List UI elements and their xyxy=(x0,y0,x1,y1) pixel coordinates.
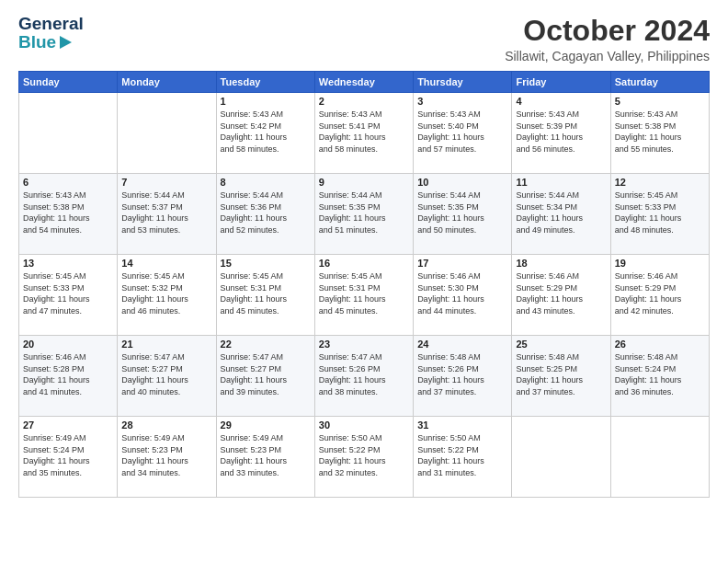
day-detail: Sunrise: 5:47 AM Sunset: 5:27 PM Dayligh… xyxy=(221,351,311,397)
day-detail: Sunrise: 5:43 AM Sunset: 5:40 PM Dayligh… xyxy=(417,109,507,155)
calendar-cell: 13Sunrise: 5:45 AM Sunset: 5:33 PM Dayli… xyxy=(19,255,118,336)
day-detail: Sunrise: 5:45 AM Sunset: 5:31 PM Dayligh… xyxy=(221,270,311,316)
weekday-header-saturday: Saturday xyxy=(610,72,709,93)
day-number: 25 xyxy=(516,339,606,350)
calendar-cell: 18Sunrise: 5:46 AM Sunset: 5:29 PM Dayli… xyxy=(512,255,610,336)
day-number: 27 xyxy=(23,419,113,431)
day-number: 22 xyxy=(221,339,311,350)
calendar-week-row: 20Sunrise: 5:46 AM Sunset: 5:28 PM Dayli… xyxy=(19,336,710,417)
calendar-week-row: 13Sunrise: 5:45 AM Sunset: 5:33 PM Dayli… xyxy=(19,255,710,336)
calendar-cell xyxy=(610,417,709,498)
day-number: 30 xyxy=(319,419,409,431)
day-detail: Sunrise: 5:43 AM Sunset: 5:41 PM Dayligh… xyxy=(319,109,409,155)
day-detail: Sunrise: 5:49 AM Sunset: 5:23 PM Dayligh… xyxy=(121,432,211,478)
calendar-week-row: 6Sunrise: 5:43 AM Sunset: 5:38 PM Daylig… xyxy=(19,174,710,255)
calendar-cell: 27Sunrise: 5:49 AM Sunset: 5:24 PM Dayli… xyxy=(19,417,118,498)
day-detail: Sunrise: 5:44 AM Sunset: 5:36 PM Dayligh… xyxy=(221,190,311,236)
day-detail: Sunrise: 5:48 AM Sunset: 5:26 PM Dayligh… xyxy=(417,351,507,397)
day-detail: Sunrise: 5:46 AM Sunset: 5:30 PM Dayligh… xyxy=(417,270,507,316)
day-detail: Sunrise: 5:50 AM Sunset: 5:22 PM Dayligh… xyxy=(417,432,507,478)
calendar-cell: 14Sunrise: 5:45 AM Sunset: 5:32 PM Dayli… xyxy=(118,255,216,336)
day-number: 29 xyxy=(221,419,311,431)
calendar-cell xyxy=(118,93,216,174)
day-number: 26 xyxy=(615,339,705,350)
day-detail: Sunrise: 5:46 AM Sunset: 5:28 PM Dayligh… xyxy=(23,351,113,397)
logo-arrow-icon xyxy=(60,36,72,49)
day-detail: Sunrise: 5:50 AM Sunset: 5:22 PM Dayligh… xyxy=(319,432,409,478)
header: General Blue October 2024 Sillawit, Caga… xyxy=(18,15,710,63)
calendar-cell: 28Sunrise: 5:49 AM Sunset: 5:23 PM Dayli… xyxy=(118,417,216,498)
day-detail: Sunrise: 5:43 AM Sunset: 5:42 PM Dayligh… xyxy=(221,109,311,155)
day-number: 28 xyxy=(121,419,211,431)
calendar-cell: 9Sunrise: 5:44 AM Sunset: 5:35 PM Daylig… xyxy=(314,174,413,255)
day-detail: Sunrise: 5:48 AM Sunset: 5:25 PM Dayligh… xyxy=(516,351,606,397)
weekday-header-friday: Friday xyxy=(512,72,610,93)
day-detail: Sunrise: 5:43 AM Sunset: 5:38 PM Dayligh… xyxy=(615,109,705,155)
day-number: 16 xyxy=(319,258,409,269)
page: General Blue October 2024 Sillawit, Caga… xyxy=(0,0,728,507)
calendar-cell: 12Sunrise: 5:45 AM Sunset: 5:33 PM Dayli… xyxy=(610,174,709,255)
calendar-cell: 2Sunrise: 5:43 AM Sunset: 5:41 PM Daylig… xyxy=(314,93,413,174)
day-detail: Sunrise: 5:44 AM Sunset: 5:37 PM Dayligh… xyxy=(121,190,211,236)
calendar-cell: 10Sunrise: 5:44 AM Sunset: 5:35 PM Dayli… xyxy=(414,174,512,255)
calendar-cell: 25Sunrise: 5:48 AM Sunset: 5:25 PM Dayli… xyxy=(512,336,610,417)
day-number: 12 xyxy=(615,177,705,188)
calendar-cell: 31Sunrise: 5:50 AM Sunset: 5:22 PM Dayli… xyxy=(414,417,512,498)
day-number: 14 xyxy=(121,258,211,269)
day-number: 20 xyxy=(23,339,113,350)
weekday-header-sunday: Sunday xyxy=(19,72,118,93)
day-detail: Sunrise: 5:44 AM Sunset: 5:34 PM Dayligh… xyxy=(516,190,606,236)
logo-text: General Blue xyxy=(18,15,84,52)
day-number: 19 xyxy=(615,258,705,269)
day-detail: Sunrise: 5:47 AM Sunset: 5:27 PM Dayligh… xyxy=(121,351,211,397)
day-number: 17 xyxy=(417,258,507,269)
day-number: 11 xyxy=(516,177,606,188)
calendar-cell: 19Sunrise: 5:46 AM Sunset: 5:29 PM Dayli… xyxy=(610,255,709,336)
calendar-cell: 29Sunrise: 5:49 AM Sunset: 5:23 PM Dayli… xyxy=(216,417,314,498)
day-detail: Sunrise: 5:45 AM Sunset: 5:33 PM Dayligh… xyxy=(23,270,113,316)
day-number: 6 xyxy=(23,177,113,188)
calendar-cell: 3Sunrise: 5:43 AM Sunset: 5:40 PM Daylig… xyxy=(414,93,512,174)
calendar-cell: 21Sunrise: 5:47 AM Sunset: 5:27 PM Dayli… xyxy=(118,336,216,417)
day-detail: Sunrise: 5:49 AM Sunset: 5:24 PM Dayligh… xyxy=(23,432,113,478)
day-detail: Sunrise: 5:44 AM Sunset: 5:35 PM Dayligh… xyxy=(319,190,409,236)
logo-blue: Blue xyxy=(18,33,56,52)
day-number: 8 xyxy=(221,177,311,188)
day-number: 3 xyxy=(417,96,507,107)
day-detail: Sunrise: 5:48 AM Sunset: 5:24 PM Dayligh… xyxy=(615,351,705,397)
calendar-cell: 4Sunrise: 5:43 AM Sunset: 5:39 PM Daylig… xyxy=(512,93,610,174)
day-detail: Sunrise: 5:44 AM Sunset: 5:35 PM Dayligh… xyxy=(417,190,507,236)
day-number: 21 xyxy=(121,339,211,350)
day-detail: Sunrise: 5:46 AM Sunset: 5:29 PM Dayligh… xyxy=(615,270,705,316)
calendar-cell: 16Sunrise: 5:45 AM Sunset: 5:31 PM Dayli… xyxy=(314,255,413,336)
calendar-cell: 1Sunrise: 5:43 AM Sunset: 5:42 PM Daylig… xyxy=(216,93,314,174)
calendar-cell xyxy=(512,417,610,498)
day-detail: Sunrise: 5:45 AM Sunset: 5:33 PM Dayligh… xyxy=(615,190,705,236)
weekday-header-wednesday: Wednesday xyxy=(314,72,413,93)
day-number: 7 xyxy=(121,177,211,188)
calendar-cell: 20Sunrise: 5:46 AM Sunset: 5:28 PM Dayli… xyxy=(19,336,118,417)
weekday-header-tuesday: Tuesday xyxy=(216,72,314,93)
month-title: October 2024 xyxy=(505,15,710,47)
calendar-cell: 22Sunrise: 5:47 AM Sunset: 5:27 PM Dayli… xyxy=(216,336,314,417)
calendar-cell: 11Sunrise: 5:44 AM Sunset: 5:34 PM Dayli… xyxy=(512,174,610,255)
calendar-cell: 30Sunrise: 5:50 AM Sunset: 5:22 PM Dayli… xyxy=(314,417,413,498)
location: Sillawit, Cagayan Valley, Philippines xyxy=(505,49,710,63)
logo-general: General xyxy=(18,15,84,33)
day-number: 10 xyxy=(417,177,507,188)
calendar-cell: 8Sunrise: 5:44 AM Sunset: 5:36 PM Daylig… xyxy=(216,174,314,255)
day-detail: Sunrise: 5:45 AM Sunset: 5:32 PM Dayligh… xyxy=(121,270,211,316)
calendar-week-row: 1Sunrise: 5:43 AM Sunset: 5:42 PM Daylig… xyxy=(19,93,710,174)
calendar-cell: 26Sunrise: 5:48 AM Sunset: 5:24 PM Dayli… xyxy=(610,336,709,417)
day-number: 31 xyxy=(417,419,507,431)
logo-icon: General Blue xyxy=(18,15,84,52)
calendar-cell: 7Sunrise: 5:44 AM Sunset: 5:37 PM Daylig… xyxy=(118,174,216,255)
day-number: 13 xyxy=(23,258,113,269)
weekday-header-thursday: Thursday xyxy=(414,72,512,93)
day-number: 5 xyxy=(615,96,705,107)
calendar-cell: 5Sunrise: 5:43 AM Sunset: 5:38 PM Daylig… xyxy=(610,93,709,174)
day-number: 2 xyxy=(319,96,409,107)
day-number: 18 xyxy=(516,258,606,269)
calendar-cell: 23Sunrise: 5:47 AM Sunset: 5:26 PM Dayli… xyxy=(314,336,413,417)
day-number: 15 xyxy=(221,258,311,269)
